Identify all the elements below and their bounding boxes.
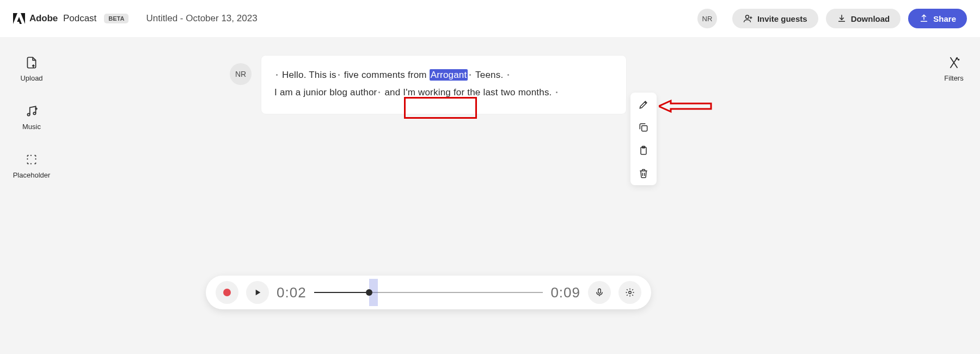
- main-area: Upload Music Placeholder Filters NR Hell…: [0, 37, 980, 354]
- mic-button[interactable]: [588, 281, 611, 304]
- record-button[interactable]: [216, 281, 238, 304]
- transcript-card: NR Hello. This is five comments from Arr…: [261, 56, 626, 114]
- duration-time: 0:09: [550, 284, 580, 301]
- player-bar: 0:02 0:09: [206, 276, 651, 309]
- svg-point-4: [958, 59, 959, 60]
- current-time: 0:02: [277, 284, 307, 301]
- user-avatar[interactable]: NR: [697, 9, 717, 28]
- rail-item-filters[interactable]: Filters: [944, 56, 963, 82]
- right-rail: Filters: [928, 37, 980, 82]
- svg-point-1: [27, 113, 29, 115]
- rail-item-placeholder[interactable]: Placeholder: [13, 152, 51, 179]
- music-icon: [24, 104, 39, 118]
- transcript-line-2[interactable]: I am a junior blog author and I'm workin…: [274, 84, 613, 101]
- speaker-avatar[interactable]: NR: [230, 63, 252, 85]
- share-icon: [919, 14, 929, 23]
- svg-point-0: [745, 15, 749, 19]
- share-button[interactable]: Share: [908, 9, 967, 28]
- product-name: Podcast: [63, 13, 96, 24]
- svg-rect-9: [598, 289, 601, 293]
- copy-button[interactable]: [637, 121, 650, 134]
- play-button[interactable]: [246, 281, 269, 304]
- transcript-line-1[interactable]: Hello. This is five comments from Arroga…: [274, 66, 613, 84]
- invite-icon: [743, 14, 753, 23]
- copy-icon: [638, 122, 649, 133]
- left-rail: Upload Music Placeholder: [0, 37, 63, 179]
- pencil-icon: [638, 99, 649, 110]
- rail-item-music[interactable]: Music: [22, 104, 41, 131]
- delete-button[interactable]: [637, 167, 650, 180]
- rail-item-upload[interactable]: Upload: [20, 56, 42, 82]
- clipboard-icon: [638, 145, 649, 156]
- record-icon: [223, 289, 231, 296]
- mic-icon: [595, 288, 604, 297]
- document-title[interactable]: Untitled - October 13, 2023: [146, 13, 257, 24]
- upload-icon: [24, 56, 39, 70]
- svg-point-10: [629, 291, 632, 294]
- selection-toolbar: [630, 93, 657, 185]
- svg-marker-8: [659, 101, 711, 112]
- svg-point-3: [956, 58, 957, 59]
- download-button[interactable]: Download: [826, 9, 901, 28]
- annotation-arrow: [659, 99, 713, 114]
- brand-group: Adobe Podcast BETA: [13, 13, 128, 24]
- placeholder-icon: [24, 152, 39, 167]
- svg-rect-5: [642, 126, 647, 131]
- filters-icon: [947, 56, 961, 70]
- timeline-track[interactable]: [314, 284, 543, 301]
- download-icon: [837, 14, 847, 23]
- gear-icon: [625, 288, 635, 297]
- paste-button[interactable]: [637, 144, 650, 157]
- svg-point-2: [33, 112, 35, 114]
- app-header: Adobe Podcast BETA Untitled - October 13…: [0, 0, 980, 37]
- trash-icon: [638, 168, 649, 179]
- brand-name: Adobe: [29, 13, 58, 24]
- edit-button[interactable]: [637, 98, 650, 111]
- beta-badge: BETA: [104, 14, 128, 23]
- play-icon: [253, 288, 262, 297]
- adobe-logo-icon: [13, 13, 25, 24]
- invite-guests-button[interactable]: Invite guests: [732, 9, 818, 28]
- settings-button[interactable]: [618, 281, 641, 304]
